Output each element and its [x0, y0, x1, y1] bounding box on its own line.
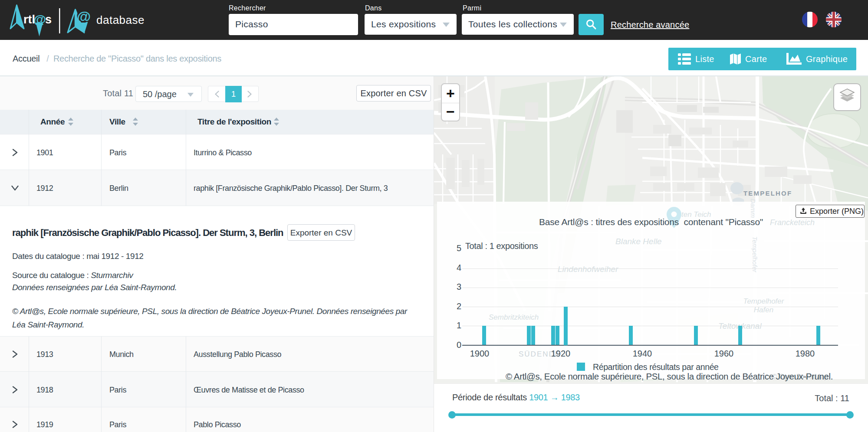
svg-text:TEMPELHOF: TEMPELHOF	[743, 190, 792, 197]
svg-text:@: @	[33, 12, 46, 26]
svg-text:@: @	[77, 9, 91, 25]
svg-text:s: s	[45, 13, 52, 26]
